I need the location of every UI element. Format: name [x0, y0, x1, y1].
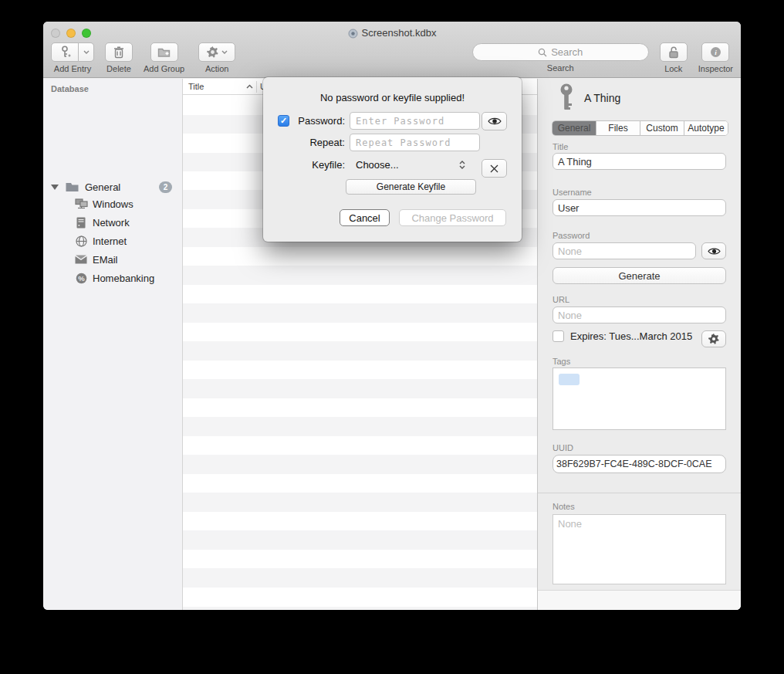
tab-autotype[interactable]: Autotype	[684, 121, 728, 135]
window-title: Screenshot.kdbx	[43, 27, 741, 39]
expires-checkbox[interactable]	[553, 330, 564, 342]
sidebar-item-network[interactable]: Network	[43, 213, 182, 232]
dialog-repeat-input[interactable]	[350, 134, 480, 151]
gear-icon	[708, 334, 719, 344]
lock-tool: Lock	[660, 42, 688, 73]
close-x-icon	[490, 164, 498, 173]
add-group-button[interactable]	[150, 42, 178, 62]
toolbar: Add Entry Delete	[51, 42, 733, 76]
stepper-icon	[459, 161, 465, 169]
delete-label: Delete	[106, 64, 131, 73]
inspector-tabs: General Files Custom Autotype	[552, 120, 728, 136]
tags-box[interactable]	[553, 367, 726, 430]
folder-icon	[65, 182, 79, 192]
sidebar-item-general[interactable]: General 2	[43, 178, 182, 196]
uuid-label: UUID	[553, 443, 573, 452]
eye-icon	[488, 117, 502, 126]
password-field[interactable]	[553, 242, 696, 259]
gear-icon	[207, 46, 218, 58]
generate-password-button[interactable]: Generate	[553, 267, 726, 284]
password-checkbox[interactable]: ✓	[278, 115, 289, 127]
lock-button[interactable]	[660, 42, 688, 62]
delete-tool: Delete	[105, 42, 133, 73]
dialog-reveal-password-button[interactable]	[482, 112, 507, 130]
column-header-title[interactable]: Title	[183, 82, 256, 91]
sidebar: Database General 2 Windows	[43, 79, 183, 610]
cancel-button[interactable]: Cancel	[340, 209, 390, 226]
keyfile-popup-value: Choose...	[356, 159, 399, 171]
sidebar-item-email[interactable]: EMail	[43, 250, 182, 269]
add-entry-label: Add Entry	[54, 64, 91, 73]
add-entry-dropdown-button[interactable]	[79, 42, 94, 62]
cancel-button-label: Cancel	[349, 212, 380, 224]
inspector-button[interactable]: i	[701, 42, 729, 62]
server-icon	[74, 217, 88, 229]
globe-icon	[74, 235, 88, 247]
search-icon	[538, 48, 547, 57]
trash-icon	[113, 46, 124, 59]
key-plus-icon	[59, 46, 71, 59]
inspector-label: Inspector	[698, 64, 733, 73]
disclosure-triangle-icon[interactable]	[51, 185, 59, 190]
inspector-divider	[538, 493, 741, 493]
change-password-dialog: No password or keyfile supplied! ✓ Passw…	[263, 77, 522, 242]
chevron-down-icon	[221, 50, 228, 54]
column-title-label: Title	[188, 82, 204, 91]
search-tool: Search Search	[472, 42, 649, 73]
action-button[interactable]	[198, 42, 235, 62]
keyfile-row: Keyfile: Choose...	[278, 159, 480, 171]
password-row: ✓ Password:	[278, 112, 480, 130]
add-entry-button[interactable]	[51, 42, 79, 62]
url-field[interactable]	[553, 307, 726, 323]
inspector-footer	[538, 590, 741, 610]
svg-text:%: %	[78, 273, 85, 282]
folder-plus-icon	[157, 47, 171, 58]
dialog-password-input[interactable]	[350, 112, 480, 130]
sidebar-item-homebanking[interactable]: % Homebanking	[43, 269, 182, 287]
dialog-repeat-label: Repeat:	[294, 137, 345, 148]
expires-settings-button[interactable]	[701, 330, 726, 347]
username-field[interactable]	[553, 199, 726, 216]
search-label: Search	[547, 63, 574, 73]
inspector-panel: A Thing General Files Custom Autotype Ti…	[537, 79, 741, 610]
clear-keyfile-button[interactable]	[482, 159, 507, 178]
windows-network-icon	[74, 198, 88, 210]
tags-label: Tags	[553, 357, 570, 366]
search-placeholder: Search	[551, 46, 583, 58]
sidebar-item-label: Network	[93, 217, 130, 229]
tab-custom[interactable]: Custom	[640, 121, 684, 135]
generate-keyfile-label: Generate Keyfile	[377, 181, 445, 192]
keyfile-popup[interactable]: Choose...	[350, 159, 480, 171]
tab-files[interactable]: Files	[596, 121, 640, 135]
change-password-button[interactable]: Change Password	[399, 209, 506, 226]
uuid-field[interactable]	[553, 455, 726, 473]
action-tool: Action	[198, 42, 235, 73]
generate-button-label: Generate	[618, 270, 660, 282]
sidebar-item-label: General	[85, 181, 120, 193]
title-field[interactable]	[553, 153, 726, 170]
chevron-down-icon	[83, 50, 90, 54]
tab-general[interactable]: General	[553, 121, 596, 135]
search-input[interactable]: Search	[472, 43, 649, 61]
delete-button[interactable]	[105, 42, 133, 62]
sidebar-item-internet[interactable]: Internet	[43, 232, 182, 250]
expires-label: Expires: Tues...March 2015	[570, 330, 692, 342]
add-group-label: Add Group	[144, 64, 184, 73]
add-entry-tool: Add Entry	[51, 42, 94, 73]
tag-chip[interactable]	[559, 374, 580, 385]
entry-count-badge: 2	[159, 181, 172, 193]
username-field-label: Username	[553, 188, 592, 197]
reveal-password-button[interactable]	[701, 242, 726, 259]
password-field-label: Password	[553, 231, 590, 240]
change-password-button-label: Change Password	[411, 212, 493, 224]
repeat-row: Repeat:	[278, 134, 480, 151]
sidebar-item-label: Internet	[93, 235, 127, 247]
document-icon	[348, 29, 358, 39]
generate-keyfile-button[interactable]: Generate Keyfile	[346, 179, 476, 195]
sidebar-item-windows[interactable]: Windows	[43, 195, 182, 213]
info-icon: i	[710, 46, 721, 58]
dialog-password-label: Password:	[294, 115, 345, 127]
sidebar-item-label: EMail	[93, 254, 118, 266]
notes-field[interactable]	[553, 514, 726, 584]
dialog-keyfile-label: Keyfile:	[294, 159, 345, 171]
